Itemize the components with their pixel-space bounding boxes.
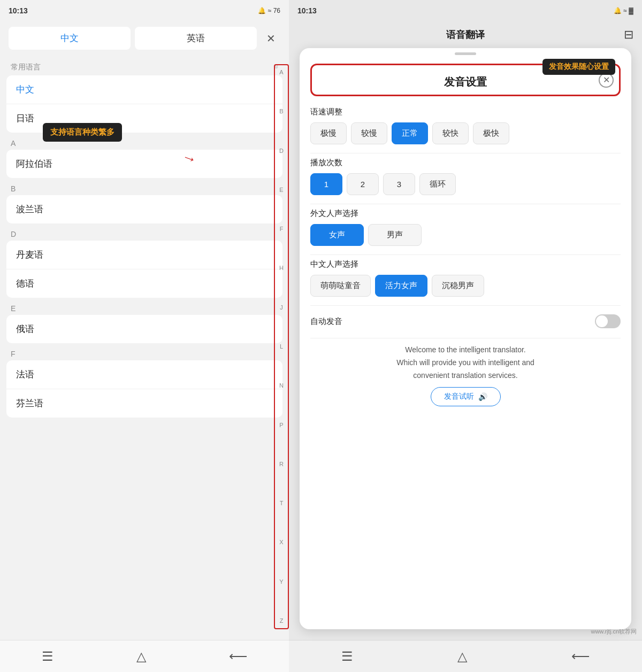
left-panel: 10:13 🔔 ≈ 76 中文 英语 ✕ 常用语言 # 中文 日语 A 阿拉伯语…	[0, 0, 289, 672]
lang-item-arabic[interactable]: 阿拉伯语	[6, 150, 282, 178]
nav-menu-icon-right[interactable]: ☰	[341, 649, 353, 664]
time-left: 10:13	[9, 6, 28, 15]
nav-home-icon-right[interactable]: △	[457, 649, 467, 664]
chinese-voice-title: 中文人声选择	[310, 259, 621, 269]
divider-2	[310, 204, 621, 204]
lang-item-german[interactable]: 德语	[6, 269, 282, 298]
alpha-b[interactable]: B	[279, 109, 283, 114]
section-letter-d: D	[0, 223, 289, 241]
drag-indicator	[455, 52, 476, 55]
modal-body: 语速调整 极慢 较慢 正常 较快 极快 播放次数 1 2 3 循环 外文人声选择	[300, 96, 631, 629]
tab-english[interactable]: 英语	[135, 27, 257, 50]
auto-pronounce-label: 自动发音	[310, 316, 342, 327]
lang-item-russian[interactable]: 俄语	[6, 315, 282, 343]
alpha-h[interactable]: H	[279, 265, 284, 271]
bottom-nav-left: ☰ △ ⟵	[0, 640, 289, 672]
alphabet-sidebar[interactable]: A B D E F H J L N P R T X Y Z	[274, 64, 289, 629]
header-menu-icon[interactable]: ⊟	[624, 28, 633, 42]
section-letter-f: F	[0, 343, 289, 360]
speed-section-title: 语速调整	[310, 107, 621, 117]
right-panel: 10:13 🔔 ≈ ▓ 语音翻译 ⊟ 发音设置 ✕ 发音效果随心设置 语速调整 …	[289, 0, 642, 672]
alpha-d[interactable]: D	[279, 148, 284, 154]
alpha-y[interactable]: Y	[279, 579, 283, 585]
divider-5	[310, 338, 621, 338]
divider-3	[310, 254, 621, 255]
section-letter-b: B	[0, 178, 289, 195]
common-section-label: 常用语言	[11, 63, 41, 72]
modal-overlay: 发音设置 ✕ 发音效果随心设置 语速调整 极慢 较慢 正常 较快 极快 播放次数…	[300, 48, 631, 629]
nav-menu-icon-left[interactable]: ☰	[42, 649, 54, 664]
foreign-voice-btn-female[interactable]: 女声	[310, 224, 364, 246]
annotation-box-left: 支持语言种类繁多	[43, 123, 122, 142]
section-letter-e: E	[0, 298, 289, 315]
common-section-header: 常用语言 #	[0, 55, 289, 75]
speed-btn-slow[interactable]: 较慢	[351, 122, 387, 144]
section-f-list: 法语 芬兰语	[6, 360, 282, 418]
audio-test-button[interactable]: 发音试听 🔊	[431, 387, 501, 406]
divider-4	[310, 305, 621, 306]
alpha-a[interactable]: A	[279, 69, 283, 75]
chinese-voice-btn-female[interactable]: 活力女声	[375, 275, 427, 297]
alpha-r[interactable]: R	[279, 461, 284, 467]
section-a-list: 阿拉伯语	[6, 150, 282, 178]
app-header-right: 语音翻译 ⊟	[289, 21, 642, 48]
repeat-btn-2[interactable]: 2	[347, 173, 379, 195]
time-right: 10:13	[297, 6, 317, 15]
foreign-voice-btn-group: 女声 男声	[310, 224, 621, 246]
repeat-btn-1[interactable]: 1	[310, 173, 342, 195]
status-bar-right: 10:13 🔔 ≈ ▓	[289, 0, 642, 21]
speed-btn-fast[interactable]: 较快	[432, 122, 469, 144]
alpha-z[interactable]: Z	[280, 618, 284, 624]
section-d-list: 丹麦语 德语	[6, 241, 282, 298]
section-e-list: 俄语	[6, 315, 282, 343]
alpha-e[interactable]: E	[279, 187, 283, 193]
chinese-voice-btn-male[interactable]: 沉稳男声	[432, 275, 484, 297]
alpha-t[interactable]: T	[280, 500, 284, 506]
alpha-x[interactable]: X	[279, 539, 283, 545]
lang-item-polish[interactable]: 波兰语	[6, 195, 282, 223]
chinese-voice-btn-group: 萌萌哒童音 活力女声 沉稳男声	[310, 275, 621, 297]
foreign-voice-title: 外文人声选择	[310, 208, 621, 219]
nav-back-icon-left[interactable]: ⟵	[229, 649, 247, 664]
lang-close-button[interactable]: ✕	[261, 29, 280, 48]
audio-test-label: 发音试听	[444, 392, 474, 401]
speed-btn-normal[interactable]: 正常	[392, 122, 428, 144]
repeat-section-title: 播放次数	[310, 158, 621, 168]
lang-tab-bar: 中文 英语 ✕	[0, 21, 289, 55]
alpha-p[interactable]: P	[279, 422, 283, 428]
bottom-nav-right: ☰ △ ⟵	[289, 640, 642, 672]
foreign-voice-btn-male[interactable]: 男声	[368, 224, 422, 246]
alpha-f[interactable]: F	[280, 226, 284, 232]
app-title: 语音翻译	[446, 28, 485, 41]
preview-text: Welcome to the intelligent translator. W…	[310, 344, 621, 382]
lang-item-danish[interactable]: 丹麦语	[6, 241, 282, 269]
status-bar-left: 10:13 🔔 ≈ 76	[0, 0, 289, 21]
status-icons-left: 🔔 ≈ 76	[258, 7, 280, 14]
status-icons-right: 🔔 ≈ ▓	[614, 7, 633, 14]
chinese-voice-btn-child[interactable]: 萌萌哒童音	[310, 275, 371, 297]
tab-chinese[interactable]: 中文	[9, 27, 131, 50]
nav-home-icon-left[interactable]: △	[136, 649, 146, 664]
lang-item-chinese[interactable]: 中文	[6, 75, 282, 104]
alpha-n[interactable]: N	[279, 383, 284, 389]
lang-item-french[interactable]: 法语	[6, 360, 282, 389]
alpha-j[interactable]: J	[280, 305, 283, 311]
modal-title: 发音设置	[444, 75, 487, 89]
nav-back-icon-right[interactable]: ⟵	[571, 649, 590, 664]
section-b-list: 波兰语	[6, 195, 282, 223]
repeat-btn-3[interactable]: 3	[383, 173, 415, 195]
lang-item-finnish[interactable]: 芬兰语	[6, 389, 282, 418]
divider-1	[310, 153, 621, 153]
repeat-btn-loop[interactable]: 循环	[419, 173, 456, 195]
modal-annotation: 发音效果随心设置	[542, 59, 615, 75]
speed-btn-group: 极慢 较慢 正常 较快 极快	[310, 122, 621, 144]
repeat-btn-group: 1 2 3 循环	[310, 173, 621, 195]
auto-pronounce-toggle[interactable]	[595, 314, 621, 328]
auto-pronounce-row: 自动发音	[310, 310, 621, 333]
speed-btn-very-slow[interactable]: 极慢	[310, 122, 347, 144]
alpha-l[interactable]: L	[280, 344, 283, 350]
audio-icon: 🔊	[478, 392, 487, 401]
speed-btn-very-fast[interactable]: 极快	[473, 122, 509, 144]
